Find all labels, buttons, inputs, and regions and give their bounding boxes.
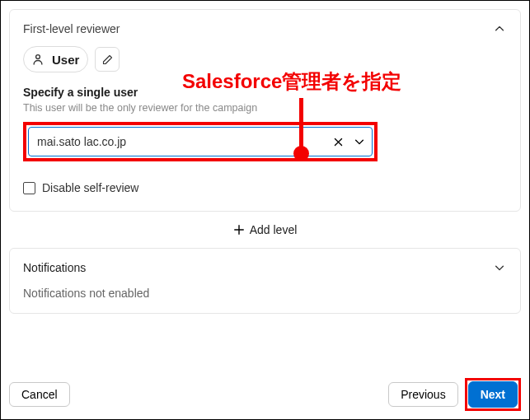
notifications-title: Notifications <box>23 261 86 274</box>
notifications-panel: Notifications Notifications not enabled <box>9 248 521 314</box>
chevron-down-icon <box>354 136 365 147</box>
svg-point-0 <box>36 55 40 59</box>
clear-selection-button[interactable] <box>333 137 344 147</box>
next-button-highlight: Next <box>465 378 521 411</box>
single-user-help: This user will be the only reviewer for … <box>23 102 507 114</box>
edit-reviewer-type-button[interactable] <box>95 47 120 72</box>
user-icon <box>29 50 47 68</box>
notifications-expand-button[interactable] <box>492 260 507 275</box>
add-level-button[interactable]: Add level <box>9 223 521 236</box>
reviewer-type-row: User <box>23 46 507 72</box>
chevron-up-icon <box>494 23 505 35</box>
notifications-status: Notifications not enabled <box>23 287 507 300</box>
user-combobox-value: mai.sato lac.co.jp <box>37 135 333 148</box>
next-button[interactable]: Next <box>468 381 518 408</box>
plus-icon <box>233 224 245 236</box>
notifications-header: Notifications <box>23 260 507 275</box>
dropdown-toggle-button[interactable] <box>354 136 365 147</box>
user-combobox-actions <box>333 136 365 147</box>
previous-button[interactable]: Previous <box>388 382 457 407</box>
reviewer-panel-title: First-level reviewer <box>23 22 120 35</box>
collapse-button[interactable] <box>492 21 507 36</box>
user-pill[interactable]: User <box>23 46 88 72</box>
pencil-icon <box>101 54 114 66</box>
chevron-down-icon <box>494 262 505 273</box>
user-combobox[interactable]: mai.sato lac.co.jp <box>28 127 373 156</box>
disable-self-review-checkbox[interactable] <box>23 182 35 194</box>
disable-self-review-label: Disable self-review <box>42 181 138 194</box>
user-combobox-highlight: mai.sato lac.co.jp <box>23 122 378 161</box>
user-pill-label: User <box>52 53 79 67</box>
disable-self-review-row: Disable self-review <box>23 181 507 194</box>
add-level-label: Add level <box>250 223 298 236</box>
close-icon <box>333 137 344 147</box>
reviewer-panel: First-level reviewer User Specify a sing… <box>9 9 521 212</box>
single-user-label: Specify a single user <box>23 86 507 99</box>
wizard-footer: Cancel Previous Next <box>9 378 521 411</box>
cancel-button[interactable]: Cancel <box>9 382 70 407</box>
reviewer-panel-header: First-level reviewer <box>23 21 507 36</box>
